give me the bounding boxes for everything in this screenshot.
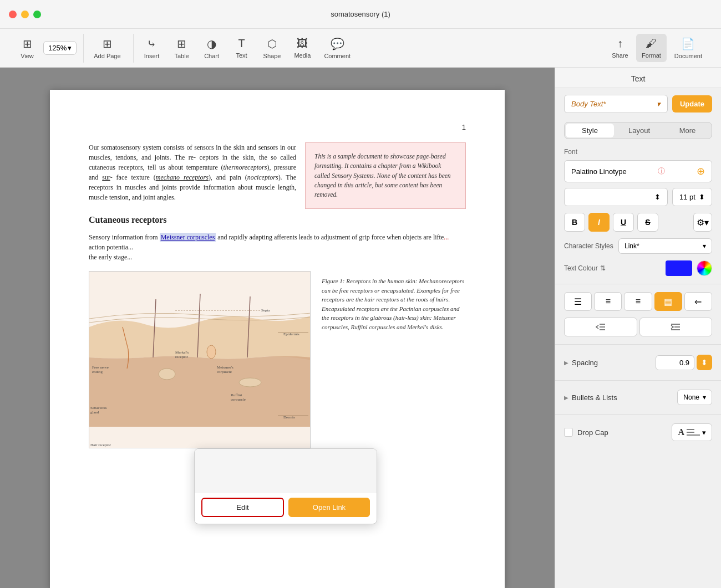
open-link-button[interactable]: Open Link [288,498,370,517]
drop-cap-row: Drop Cap A ▾ [555,419,721,446]
text-options-button[interactable]: ⚙▾ [693,213,712,232]
drop-cap-preview: A [678,427,684,437]
sample-text-box: This is a sample document to showcase pa… [305,142,466,209]
minimize-button[interactable] [21,11,29,18]
chart-button[interactable]: ◑ Chart [198,34,226,63]
view-button[interactable]: ⊞ View [13,34,41,63]
svg-point-6 [239,378,261,387]
shape-button[interactable]: ⬡ Shape [258,34,287,63]
document-button[interactable]: 📄 Document [669,34,708,63]
indent-decrease-button[interactable] [564,318,637,336]
svg-text:receptor: receptor [175,355,189,359]
tab-layout[interactable]: Layout [615,122,663,139]
align-center-button[interactable]: ≡ [594,292,622,311]
svg-text:gland: gland [90,410,99,415]
toolbar-group-insert: ⤷ Insert ⊞ Table ◑ Chart T Text ⬡ Shape … [133,34,361,63]
right-panel: Text Body Text* ▾ Update Style Layout Mo… [555,68,721,588]
font-size-input[interactable]: 11 pt ⬍ [672,188,712,206]
align-justify-button[interactable]: ▤ [654,292,682,311]
text-colour-arrows: ⇅ [600,264,606,272]
drop-cap-lines-icon [687,427,700,437]
font-size-row: ⬍ 11 pt ⬍ [564,188,712,206]
align-left-button[interactable]: ☰ [564,292,592,311]
italic-button[interactable]: I [588,213,610,232]
bold-button[interactable]: B [564,213,585,232]
indent-increase-button[interactable] [639,318,713,336]
divider-3 [555,380,721,381]
format-icon: 🖌 [646,37,657,50]
font-selector[interactable]: Palatino Linotype ⓘ ⊕ [564,160,712,182]
strikethrough-button[interactable]: S [637,213,658,232]
alignment-row: ☰ ≡ ≡ ▤ ⇐ [564,292,712,311]
meissner-link[interactable]: Meissner corpuscles [160,233,216,242]
format-buttons-row: B I U S ⚙▾ [564,213,712,232]
indent-increase-icon [670,323,681,331]
edit-link-button[interactable]: Edit [201,498,284,517]
spacing-input[interactable]: 0.9 [656,355,694,370]
figure-area: Free nerve ending Merkel's receptor Sept… [89,271,466,448]
indent-row [564,318,712,336]
figure-caption-text: Figure 1: Receptors in the human skin: M… [322,271,466,448]
font-chevron-icon: ⊕ [697,165,705,177]
tab-more[interactable]: More [663,122,712,139]
bullets-row: ▶ Bullets & Lists None ▾ [555,385,721,410]
align-right-button[interactable]: ≡ [624,292,652,311]
page: 1 This is a sample document to showcase … [50,90,505,588]
drop-cap-checkbox[interactable] [564,428,573,437]
bullets-select[interactable]: None ▾ [677,390,712,405]
character-styles-select[interactable]: Link* ▾ [618,238,712,254]
font-style-chevron: ⬍ [654,193,661,201]
heading-cutaneous: Cutaneous receptors [89,213,466,227]
rtl-button[interactable]: ⇐ [684,292,712,311]
drop-cap-style-chevron: ▾ [702,428,706,437]
font-section-label: Font [555,144,721,158]
toolbar-group-view: ⊞ View 125% ▾ [9,34,81,63]
indent-decrease-icon [595,323,606,331]
comment-button[interactable]: 💬 Comment [318,34,356,63]
chart-icon: ◑ [207,37,216,50]
char-select-chevron: ▾ [703,242,706,250]
underline-button[interactable]: U [613,213,634,232]
shape-icon: ⬡ [267,37,277,50]
style-select[interactable]: Body Text* ▾ [564,95,668,113]
insert-button[interactable]: ⤷ Insert [138,34,166,63]
tab-style[interactable]: Style [566,124,614,137]
add-page-icon: ⊞ [103,37,112,50]
share-icon: ↑ [617,37,623,50]
close-button[interactable] [9,11,17,18]
titlebar: somatosensory (1) [0,0,721,29]
font-name: Palatino Linotype [571,167,627,176]
zoom-selector[interactable]: 125% ▾ [43,41,77,55]
link-popup-content [195,449,377,493]
media-button[interactable]: 🖼 Media [288,34,316,62]
toolbar-group-right: ↑ Share 🖌 Format 📄 Document [602,34,712,63]
window-title: somatosensory (1) [331,10,390,18]
drop-cap-style-button[interactable]: A ▾ [672,423,712,441]
traffic-lights [9,11,41,18]
table-button[interactable]: ⊞ Table [168,34,196,63]
view-icon: ⊞ [23,37,32,50]
add-page-button[interactable]: ⊞ Add Page [88,34,126,63]
document-area[interactable]: 1 This is a sample document to showcase … [0,68,555,588]
spacing-row[interactable]: ▶ Spacing 0.9 ⬍ [555,349,721,376]
spacing-value-group: 0.9 ⬍ [656,355,712,370]
update-style-button[interactable]: Update [672,95,712,113]
maximize-button[interactable] [33,11,41,18]
color-wheel-button[interactable] [697,260,712,276]
figure-caption: Figure 1: Receptors in the human skin: M… [322,277,466,331]
svg-text:ending: ending [92,370,103,374]
spacing-stepper-button[interactable]: ⬍ [697,355,712,370]
figure-image: Free nerve ending Merkel's receptor Sept… [89,271,311,448]
color-swatch[interactable] [666,260,692,276]
font-style-input[interactable]: ⬍ [564,188,668,206]
format-button[interactable]: 🖌 Format [636,34,667,62]
share-button[interactable]: ↑ Share [606,34,634,62]
skin-diagram-svg: Free nerve ending Merkel's receptor Sept… [89,272,311,448]
svg-text:Ruffini: Ruffini [231,393,242,397]
main-content: 1 This is a sample document to showcase … [0,68,721,588]
style-dropdown-row: Body Text* ▾ Update [564,95,712,113]
text-colour-label: Text Colour ⇅ [564,264,661,272]
svg-text:Sebaceous: Sebaceous [90,406,107,410]
text-button[interactable]: T Text [228,34,256,62]
page-number: 1 [89,123,466,131]
